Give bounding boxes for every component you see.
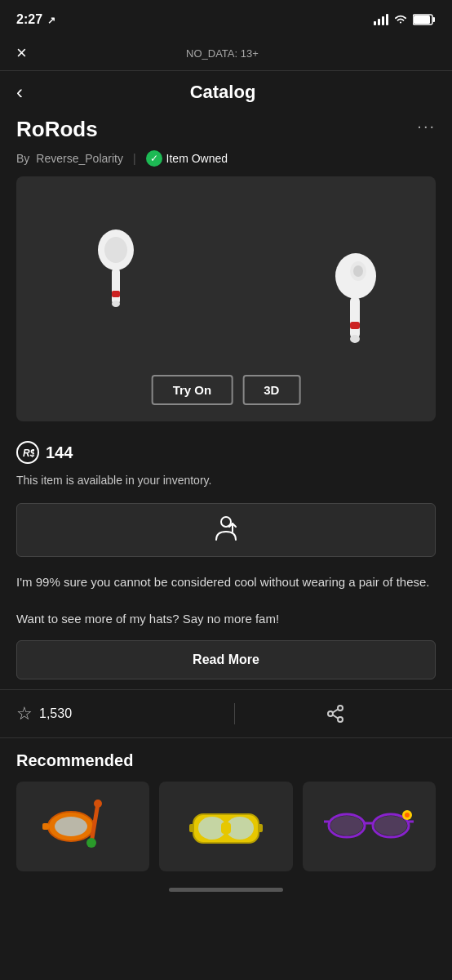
svg-point-14 <box>353 265 363 277</box>
view-3d-button[interactable]: 3D <box>242 375 300 405</box>
rec-item-2[interactable] <box>159 782 292 871</box>
description: I'm 99% sure you cannot be considered co… <box>0 564 452 634</box>
price-row: R$ 144 <box>0 434 452 470</box>
airpod-left-image <box>90 225 143 315</box>
location-icon: ↗ <box>47 15 55 26</box>
rec-item-1[interactable] <box>16 782 149 871</box>
svg-rect-0 <box>374 21 376 25</box>
more-options-button[interactable]: ··· <box>417 117 436 136</box>
by-label: By <box>16 152 29 165</box>
svg-rect-36 <box>189 824 194 832</box>
svg-rect-35 <box>221 822 231 834</box>
pipe-divider: | <box>133 152 136 165</box>
svg-point-45 <box>330 816 363 835</box>
svg-point-30 <box>94 800 102 808</box>
rec-item-3[interactable] <box>303 782 436 871</box>
svg-rect-15 <box>350 296 360 339</box>
favorites-section[interactable]: ☆ 1,530 <box>16 703 235 724</box>
svg-rect-5 <box>414 16 430 24</box>
svg-point-11 <box>112 301 120 307</box>
top-bar-label: NO_DATA: 13+ <box>186 47 259 60</box>
svg-rect-3 <box>386 14 388 25</box>
svg-point-31 <box>86 838 96 848</box>
yellow-goggles-image <box>189 798 263 855</box>
svg-rect-6 <box>433 17 436 22</box>
item-image-container: Try On 3D <box>16 176 436 421</box>
favorites-count: 1,530 <box>39 706 72 721</box>
recommended-title: Recommended <box>16 751 436 770</box>
svg-rect-16 <box>350 322 360 329</box>
home-bar <box>169 888 283 892</box>
svg-rect-10 <box>112 291 120 297</box>
status-time: 2:27 ↗ <box>16 12 55 27</box>
status-icons <box>374 14 436 25</box>
recommended-items <box>16 782 436 871</box>
try-on-button[interactable]: Try On <box>152 375 233 405</box>
svg-rect-37 <box>258 824 263 832</box>
svg-point-19 <box>221 517 231 527</box>
svg-point-17 <box>350 335 360 343</box>
nav-bar: ‹ Catalog <box>0 71 452 114</box>
svg-rect-9 <box>112 268 120 305</box>
catalog-title: Catalog <box>36 82 410 103</box>
owned-badge: ✓ Item Owned <box>146 150 228 167</box>
svg-point-22 <box>328 711 333 716</box>
equip-icon <box>211 515 241 545</box>
svg-point-46 <box>374 816 407 835</box>
svg-rect-28 <box>42 823 49 830</box>
airpod-right-image <box>326 250 387 352</box>
back-button[interactable]: ‹ <box>16 81 23 104</box>
price-amount: 144 <box>46 443 73 462</box>
svg-line-25 <box>333 715 338 718</box>
robux-icon: R$ <box>16 441 39 464</box>
svg-rect-1 <box>378 19 380 25</box>
recommended-section: Recommended <box>0 751 452 871</box>
svg-point-27 <box>55 817 87 836</box>
svg-text:R$: R$ <box>23 448 34 459</box>
status-bar: 2:27 ↗ <box>0 0 452 36</box>
svg-point-44 <box>405 813 410 817</box>
scuba-mask-image <box>42 795 124 857</box>
signal-icon <box>374 14 388 25</box>
owned-label: Item Owned <box>166 152 228 165</box>
battery-icon <box>413 14 436 25</box>
read-more-button[interactable]: Read More <box>16 640 436 679</box>
stats-row: ☆ 1,530 <box>0 689 452 738</box>
share-button[interactable] <box>235 704 436 724</box>
by-line: By Reverse_Polarity | ✓ Item Owned <box>0 149 452 176</box>
image-buttons: Try On 3D <box>152 375 301 405</box>
svg-line-24 <box>333 709 338 712</box>
svg-point-8 <box>104 237 127 263</box>
svg-point-23 <box>338 717 343 722</box>
svg-point-21 <box>338 706 343 710</box>
item-title: RoRods <box>16 117 98 142</box>
creator-link[interactable]: Reverse_Polarity <box>36 152 123 165</box>
share-icon <box>326 704 345 724</box>
owned-check-icon: ✓ <box>146 150 162 167</box>
svg-rect-2 <box>382 16 384 25</box>
equip-button[interactable] <box>16 503 436 557</box>
close-button[interactable]: × <box>16 42 27 64</box>
item-header: RoRods ··· <box>0 114 452 149</box>
home-indicator <box>0 871 452 898</box>
star-icon: ☆ <box>16 703 33 724</box>
inventory-message: This item is available in your inventory… <box>0 470 452 497</box>
purple-glasses-image <box>324 804 414 849</box>
top-bar: × NO_DATA: 13+ <box>0 36 452 71</box>
wifi-icon <box>393 14 408 25</box>
